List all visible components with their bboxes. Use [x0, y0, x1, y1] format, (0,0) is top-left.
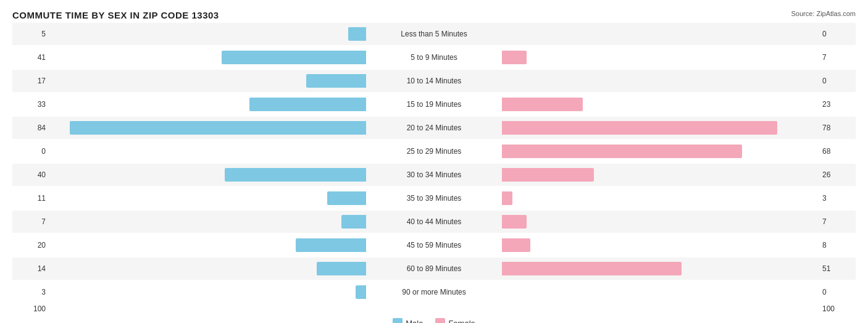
table-row: 025 to 29 Minutes68: [12, 140, 856, 162]
female-bar: [502, 215, 527, 229]
bar-center: 15 to 19 Minutes: [49, 93, 819, 115]
left-half: [49, 51, 366, 64]
axis-left: 100: [12, 304, 49, 313]
right-half: [502, 191, 819, 205]
table-row: 415 to 9 Minutes7: [12, 46, 856, 69]
table-row: 740 to 44 Minutes7: [12, 211, 856, 233]
male-value: 20: [12, 241, 49, 250]
right-half: [502, 168, 819, 182]
legend-female: Female: [435, 318, 475, 323]
left-half: [49, 238, 366, 252]
male-value: 84: [12, 124, 49, 132]
bar-center: 60 to 89 Minutes: [49, 258, 819, 280]
left-half: [49, 98, 366, 111]
bar-pair: 5 to 9 Minutes: [49, 46, 819, 69]
male-bar: [249, 98, 366, 111]
right-half: [502, 27, 819, 41]
male-bar: [296, 238, 366, 252]
table-row: 1135 to 39 Minutes3: [12, 187, 856, 209]
bar-pair: 10 to 14 Minutes: [49, 70, 819, 92]
left-half: [49, 121, 366, 135]
bar-center: 10 to 14 Minutes: [49, 70, 819, 92]
female-value: 51: [819, 264, 856, 273]
table-row: 8420 to 24 Minutes78: [12, 117, 856, 139]
row-label: Less than 5 Minutes: [366, 30, 502, 38]
male-value: 0: [12, 147, 49, 156]
row-label: 60 to 89 Minutes: [366, 264, 502, 273]
row-label: 90 or more Minutes: [366, 288, 502, 296]
male-bar: [356, 285, 366, 299]
right-half: [502, 285, 819, 299]
legend-male: Male: [393, 318, 423, 323]
female-bar: [502, 238, 530, 252]
table-row: 3315 to 19 Minutes23: [12, 93, 856, 115]
chart-area: 5Less than 5 Minutes0415 to 9 Minutes717…: [12, 23, 856, 313]
bar-pair: 40 to 44 Minutes: [49, 211, 819, 233]
right-half: [502, 262, 819, 275]
chart-container: COMMUTE TIME BY SEX IN ZIP CODE 13303 So…: [12, 10, 856, 323]
right-half: [502, 121, 819, 135]
female-bar: [502, 191, 512, 205]
legend-male-box: [393, 318, 403, 323]
bar-center: 5 to 9 Minutes: [49, 46, 819, 69]
bar-pair: 20 to 24 Minutes: [49, 117, 819, 139]
female-bar: [502, 262, 682, 275]
left-half: [49, 168, 366, 182]
female-bar: [502, 98, 583, 111]
female-value: 68: [819, 147, 856, 156]
bar-center: 90 or more Minutes: [49, 281, 819, 303]
bar-center: 25 to 29 Minutes: [49, 140, 819, 162]
female-value: 7: [819, 217, 856, 226]
bar-pair: 60 to 89 Minutes: [49, 258, 819, 280]
legend-female-label: Female: [448, 319, 475, 324]
left-half: [49, 74, 366, 88]
bar-center: 40 to 44 Minutes: [49, 211, 819, 233]
bar-center: 20 to 24 Minutes: [49, 117, 819, 139]
bar-pair: 45 to 59 Minutes: [49, 234, 819, 256]
male-bar: [341, 215, 366, 229]
male-value: 5: [12, 30, 49, 38]
table-row: 1710 to 14 Minutes0: [12, 70, 856, 92]
male-bar: [348, 27, 366, 41]
male-bar: [317, 262, 366, 275]
male-value: 40: [12, 170, 49, 179]
female-value: 0: [819, 77, 856, 85]
right-half: [502, 215, 819, 229]
legend-male-label: Male: [406, 319, 423, 324]
female-value: 78: [819, 124, 856, 132]
male-value: 3: [12, 288, 49, 296]
female-value: 8: [819, 241, 856, 250]
table-row: 390 or more Minutes0: [12, 281, 856, 303]
right-half: [502, 51, 819, 64]
table-row: 2045 to 59 Minutes8: [12, 234, 856, 256]
male-bar: [222, 51, 366, 64]
male-value: 41: [12, 53, 49, 62]
male-bar: [327, 191, 366, 205]
bar-center: Less than 5 Minutes: [49, 23, 819, 45]
left-half: [49, 27, 366, 41]
male-bar: [70, 121, 366, 135]
left-half: [49, 215, 366, 229]
source-label: Source: ZipAtlas.com: [791, 10, 856, 17]
row-label: 45 to 59 Minutes: [366, 241, 502, 250]
row-label: 20 to 24 Minutes: [366, 124, 502, 132]
bar-pair: 25 to 29 Minutes: [49, 140, 819, 162]
male-value: 11: [12, 194, 49, 203]
row-label: 10 to 14 Minutes: [366, 77, 502, 85]
female-bar: [502, 145, 742, 158]
table-row: 4030 to 34 Minutes26: [12, 164, 856, 186]
male-bar: [225, 168, 366, 182]
chart-title: COMMUTE TIME BY SEX IN ZIP CODE 13303: [12, 10, 219, 20]
female-bar: [502, 51, 527, 64]
bar-center: 35 to 39 Minutes: [49, 187, 819, 209]
row-label: 30 to 34 Minutes: [366, 170, 502, 179]
table-row: 1460 to 89 Minutes51: [12, 258, 856, 280]
row-label: 5 to 9 Minutes: [366, 53, 502, 62]
male-value: 33: [12, 100, 49, 109]
row-label: 35 to 39 Minutes: [366, 194, 502, 203]
row-label: 25 to 29 Minutes: [366, 147, 502, 156]
bar-pair: 30 to 34 Minutes: [49, 164, 819, 186]
bar-center: 45 to 59 Minutes: [49, 234, 819, 256]
right-half: [502, 145, 819, 158]
table-row: 5Less than 5 Minutes0: [12, 23, 856, 45]
